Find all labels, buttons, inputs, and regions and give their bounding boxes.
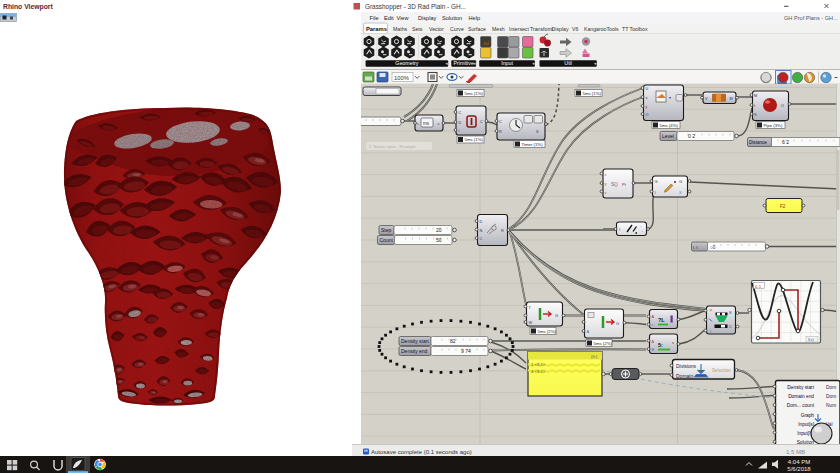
svg-text:0.1: 0.1 — [755, 284, 762, 289]
svg-text:C: C — [480, 237, 483, 241]
svg-text:?L: ?L — [658, 317, 665, 323]
svg-text:9 74: 9 74 — [461, 348, 471, 354]
svg-text:3 <9.1>: 3 <9.1> — [531, 369, 546, 374]
svg-text:M: M — [730, 97, 733, 101]
svg-text:G: G — [655, 179, 658, 184]
svg-text:c: c — [417, 122, 419, 126]
svg-text:5ms (2%): 5ms (2%) — [538, 329, 557, 334]
svg-text:1.5 MB: 1.5 MB — [786, 449, 805, 455]
svg-text:KangarooTools: KangarooTools — [584, 26, 619, 32]
svg-text:Density start: Density start — [787, 385, 814, 390]
svg-text:G: G — [616, 322, 619, 326]
svg-text:5ms (1%): 5ms (1%) — [465, 91, 484, 96]
svg-text:Dom: Dom — [826, 385, 836, 390]
svg-text:C: C — [499, 120, 502, 124]
svg-text:Level: Level — [662, 133, 674, 139]
svg-text:M: M — [754, 94, 757, 98]
svg-text:Params: Params — [366, 26, 387, 32]
svg-text:Num: Num — [826, 403, 836, 408]
svg-text:Density end: Density end — [401, 348, 428, 354]
svg-text:Rhino Viewport: Rhino Viewport — [3, 3, 53, 11]
svg-text:5ms (4%): 5ms (4%) — [660, 123, 679, 128]
svg-text:S(): S() — [611, 181, 618, 187]
svg-text:○0: ○0 — [710, 245, 716, 250]
svg-text:U: U — [646, 87, 649, 91]
svg-text:Distance: Distance — [749, 140, 767, 145]
svg-text:C: C — [459, 111, 462, 115]
svg-text:s: s — [438, 122, 440, 126]
svg-text:Util: Util — [564, 60, 572, 66]
svg-text:G: G — [679, 179, 682, 184]
svg-text:Domain end: Domain end — [788, 394, 814, 399]
svg-text:Graph: Graph — [801, 413, 815, 418]
svg-text:5:: 5: — [658, 342, 663, 348]
svg-text:View: View — [397, 15, 410, 21]
svg-text:Selection: Selection — [712, 368, 731, 373]
svg-text:0 2: 0 2 — [688, 133, 695, 139]
svg-text:Timer (1%): Timer (1%) — [522, 142, 544, 147]
svg-text:I: I — [655, 190, 656, 195]
svg-text:c: c — [652, 323, 654, 327]
svg-text:I: I — [710, 330, 711, 334]
svg-text:X: X — [679, 190, 682, 195]
svg-text:{0;}: {0;} — [591, 354, 598, 359]
svg-text:Edit: Edit — [384, 15, 394, 21]
svg-text:Mesh: Mesh — [492, 26, 505, 32]
svg-text:Intersect: Intersect — [509, 26, 529, 32]
svg-text:5/6/2018: 5/6/2018 — [787, 466, 811, 472]
svg-text:I: I — [619, 227, 620, 232]
svg-text:N: N — [480, 229, 483, 233]
svg-text:File: File — [370, 15, 379, 21]
svg-text:F2: F2 — [780, 204, 786, 209]
svg-text:Step: Step — [381, 227, 392, 233]
svg-text:x: x — [646, 96, 648, 100]
svg-text:Curve: Curve — [450, 26, 464, 32]
svg-text:R: R — [499, 130, 502, 134]
svg-text:5ms (1%): 5ms (1%) — [465, 137, 484, 142]
svg-text:Primitive: Primitive — [454, 60, 474, 66]
svg-text:Autosave complete (0.1 seconds: Autosave complete (0.1 seconds ago) — [371, 449, 472, 455]
svg-text:O: O — [646, 113, 649, 117]
svg-text:TT Toolbox: TT Toolbox — [622, 26, 648, 32]
svg-text:Pipe (3%): Pipe (3%) — [764, 123, 783, 128]
svg-text:Grasshopper - 3D Rad Plain - G: Grasshopper - 3D Rad Plain - GH... — [365, 3, 466, 11]
svg-text:6 2: 6 2 — [782, 139, 789, 145]
svg-text:O: O — [781, 104, 784, 108]
svg-text:C: C — [729, 325, 732, 329]
svg-text:Input: Input — [501, 60, 513, 66]
svg-text:C: C — [480, 120, 483, 124]
svg-text:Vector: Vector — [429, 26, 444, 32]
svg-text:Sets: Sets — [412, 26, 423, 32]
svg-text:2. Bezier span - Example: 2. Bezier span - Example — [369, 144, 416, 149]
svg-text:x: x — [605, 172, 607, 177]
svg-text:Dom... count: Dom... count — [787, 403, 815, 408]
svg-text:f(x): f(x) — [808, 337, 814, 342]
svg-text:Display: Display — [552, 26, 569, 32]
svg-text:Transform: Transform — [530, 26, 553, 32]
svg-text:5ms (1%): 5ms (1%) — [583, 91, 602, 96]
svg-text:82: 82 — [450, 338, 456, 344]
svg-text:Dom: Dom — [826, 394, 836, 399]
svg-text:20: 20 — [436, 227, 442, 233]
svg-text:Display: Display — [418, 15, 437, 21]
svg-text:V6: V6 — [572, 26, 578, 32]
svg-text:5ms (2%): 5ms (2%) — [594, 341, 613, 346]
svg-text:Help: Help — [469, 15, 481, 21]
svg-text:GH Prof Plans - GH...: GH Prof Plans - GH... — [784, 15, 838, 21]
svg-text:Divisions: Divisions — [676, 363, 697, 369]
svg-text:l. l: l. l — [693, 245, 697, 250]
svg-text:100%: 100% — [394, 75, 409, 81]
svg-text:y: y — [646, 105, 648, 109]
svg-text:4:04 PM: 4:04 PM — [788, 459, 810, 465]
svg-text:Domain: Domain — [676, 373, 693, 379]
svg-text:ms: ms — [423, 121, 430, 126]
svg-text:Density start: Density start — [401, 338, 429, 344]
svg-text:1 <9.1>: 1 <9.1> — [531, 362, 546, 367]
svg-text:50: 50 — [436, 237, 442, 243]
svg-text:Solution: Solution — [442, 15, 462, 21]
svg-text:Geometry: Geometry — [395, 60, 419, 66]
svg-text:R: R — [501, 229, 504, 233]
svg-text:Count: Count — [380, 237, 394, 243]
svg-text:D: D — [459, 121, 462, 125]
svg-text:G: G — [555, 314, 558, 318]
